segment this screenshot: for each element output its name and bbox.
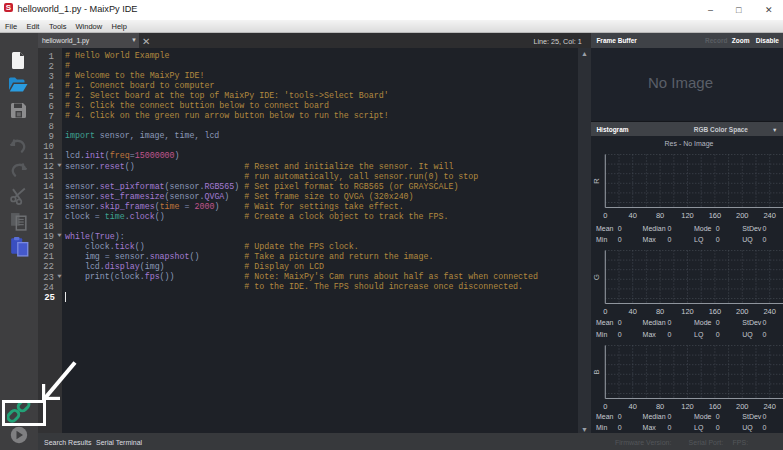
svg-text:200: 200 xyxy=(736,402,749,411)
svg-text:120: 120 xyxy=(681,307,694,316)
svg-text:80: 80 xyxy=(656,307,664,316)
svg-text:R: R xyxy=(592,178,601,184)
svg-text:G: G xyxy=(592,274,601,280)
svg-text:B: B xyxy=(592,369,601,374)
svg-text:160: 160 xyxy=(709,307,722,316)
svg-text:0: 0 xyxy=(603,307,607,316)
svg-text:240: 240 xyxy=(763,307,776,316)
svg-text:120: 120 xyxy=(681,402,694,411)
svg-text:120: 120 xyxy=(681,211,694,220)
svg-text:80: 80 xyxy=(656,402,664,411)
svg-text:80: 80 xyxy=(656,211,664,220)
svg-text:40: 40 xyxy=(629,402,637,411)
svg-text:0: 0 xyxy=(603,211,607,220)
svg-text:240: 240 xyxy=(763,402,776,411)
svg-text:160: 160 xyxy=(709,402,722,411)
svg-text:40: 40 xyxy=(629,307,637,316)
svg-text:160: 160 xyxy=(709,211,722,220)
svg-text:240: 240 xyxy=(763,211,776,220)
svg-text:200: 200 xyxy=(736,211,749,220)
svg-text:40: 40 xyxy=(629,211,637,220)
svg-text:200: 200 xyxy=(736,307,749,316)
svg-text:0: 0 xyxy=(603,402,607,411)
